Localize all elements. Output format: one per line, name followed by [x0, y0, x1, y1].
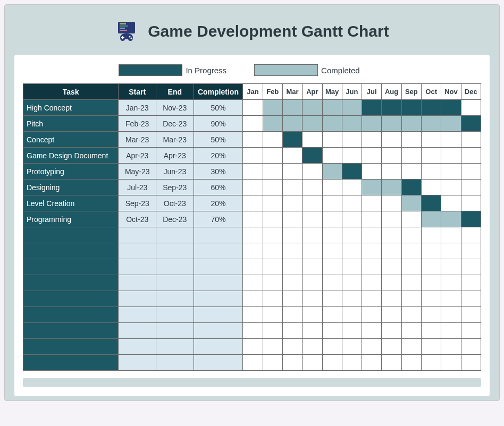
- gantt-cell: [422, 211, 441, 227]
- gantt-cell: [382, 291, 401, 307]
- gantt-cell: [461, 132, 481, 148]
- gantt-cell: [461, 211, 481, 227]
- gantt-cell: [401, 211, 421, 227]
- gantt-cell: [441, 307, 461, 323]
- gantt-cell: [441, 132, 461, 148]
- meta-cell: [156, 227, 194, 243]
- gantt-cell: [422, 243, 441, 259]
- gantt-cell: [322, 195, 342, 211]
- task-name-cell: Programming: [23, 211, 119, 227]
- gantt-cell: [422, 355, 441, 371]
- meta-cell: [156, 339, 194, 355]
- empty-row: [23, 259, 481, 275]
- gantt-cell: [362, 180, 382, 195]
- gantt-cell: [422, 132, 441, 148]
- gantt-cell: [263, 148, 282, 164]
- col-task: Task: [23, 84, 119, 100]
- meta-cell: [119, 355, 156, 371]
- gantt-cell: [263, 227, 282, 243]
- col-month-jul: Jul: [362, 84, 382, 100]
- gantt-cell: [282, 339, 302, 355]
- gantt-cell: [401, 100, 421, 116]
- gantt-cell: [303, 291, 322, 307]
- task-row: Game Design DocumentApr-23Apr-2320%: [23, 148, 481, 164]
- gantt-cell: [263, 100, 282, 116]
- gantt-cell: [362, 291, 382, 307]
- task-start-cell: Oct-23: [119, 211, 156, 227]
- gantt-cell: [461, 195, 481, 211]
- task-row: ConceptMar-23Mar-2350%: [23, 132, 481, 148]
- task-name-cell: [23, 307, 119, 323]
- col-month-nov: Nov: [441, 84, 461, 100]
- gantt-cell: [362, 243, 382, 259]
- gantt-cell: [382, 132, 401, 148]
- gantt-cell: [382, 355, 401, 371]
- gantt-cell: [401, 116, 421, 132]
- gantt-cell: [401, 307, 421, 323]
- gantt-cell: [382, 275, 401, 291]
- task-end-cell: Dec-23: [156, 211, 194, 227]
- footer-bar: [23, 378, 481, 387]
- gantt-cell: [362, 307, 382, 323]
- gantt-cell: [382, 211, 401, 227]
- gantt-cell: [303, 275, 322, 291]
- gantt-cell: [303, 211, 322, 227]
- gantt-cell: [342, 195, 362, 211]
- gantt-cell: [342, 132, 362, 148]
- col-end: End: [156, 84, 194, 100]
- legend-swatch-in-progress: [119, 64, 182, 76]
- gantt-cell: [243, 323, 263, 339]
- gantt-cell: [441, 211, 461, 227]
- gantt-cell: [401, 355, 421, 371]
- chart-header: Game Development Gantt Chart: [14, 14, 490, 55]
- gantt-cell: [401, 148, 421, 164]
- gantt-cell: [263, 195, 282, 211]
- meta-cell: [119, 259, 156, 275]
- gantt-cell: [342, 148, 362, 164]
- gantt-cell: [382, 116, 401, 132]
- gantt-cell: [342, 116, 362, 132]
- task-completion-cell: 90%: [194, 116, 243, 132]
- col-completion: Completion: [194, 84, 243, 100]
- legend-label-completed: Completed: [321, 66, 360, 75]
- meta-cell: [156, 275, 194, 291]
- gantt-cell: [303, 307, 322, 323]
- col-month-oct: Oct: [422, 84, 441, 100]
- gantt-cell: [461, 243, 481, 259]
- task-name-cell: [23, 243, 119, 259]
- svg-point-7: [129, 36, 131, 37]
- gantt-cell: [322, 116, 342, 132]
- gantt-cell: [263, 116, 282, 132]
- gantt-cell: [422, 275, 441, 291]
- chart-frame: Game Development Gantt Chart In Progress…: [4, 4, 500, 401]
- gantt-cell: [382, 164, 401, 180]
- meta-cell: [119, 307, 156, 323]
- task-start-cell: Mar-23: [119, 132, 156, 148]
- task-row: ProgrammingOct-23Dec-2370%: [23, 211, 481, 227]
- gantt-cell: [243, 291, 263, 307]
- gantt-cell: [322, 211, 342, 227]
- gantt-cell: [461, 180, 481, 195]
- task-completion-cell: 70%: [194, 211, 243, 227]
- task-name-cell: Prototyping: [23, 164, 119, 180]
- gantt-cell: [441, 116, 461, 132]
- gantt-cell: [342, 291, 362, 307]
- gantt-cell: [282, 323, 302, 339]
- gantt-cell: [382, 243, 401, 259]
- gantt-cell: [441, 339, 461, 355]
- gantt-cell: [422, 180, 441, 195]
- gantt-cell: [342, 180, 362, 195]
- gantt-cell: [401, 243, 421, 259]
- task-row: PrototypingMay-23Jun-2330%: [23, 164, 481, 180]
- gantt-cell: [401, 227, 421, 243]
- gantt-cell: [441, 148, 461, 164]
- task-end-cell: Jun-23: [156, 164, 194, 180]
- gantt-cell: [263, 339, 282, 355]
- legend-swatch-completed: [254, 64, 318, 76]
- gantt-cell: [461, 291, 481, 307]
- gantt-cell: [243, 339, 263, 355]
- gantt-cell: [422, 227, 441, 243]
- gantt-cell: [422, 307, 441, 323]
- meta-cell: [119, 323, 156, 339]
- gantt-cell: [362, 211, 382, 227]
